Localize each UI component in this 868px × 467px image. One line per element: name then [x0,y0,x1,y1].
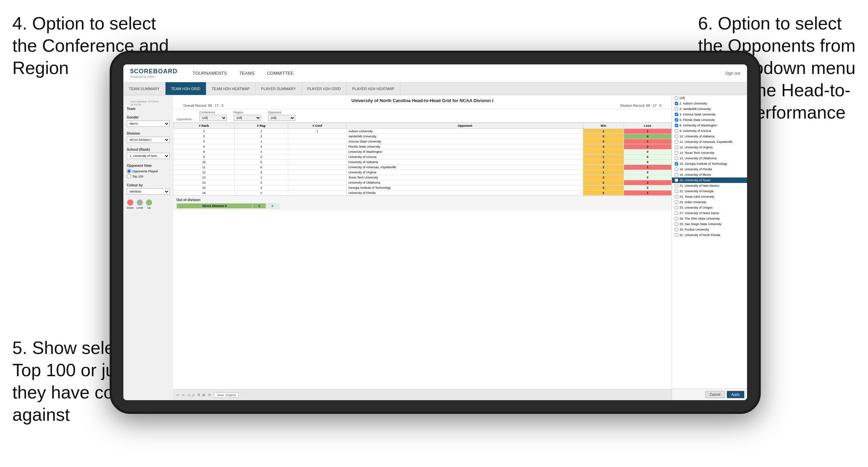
table-row: 16 2 University of Florida 5 1 [173,191,672,196]
cancel-button[interactable]: Cancel [705,391,725,398]
table-row: 9 3 University of Arizona 1 0 [173,155,672,160]
cell-win: 1 [583,149,624,155]
grid-icon[interactable]: ⊞ [203,393,205,397]
division-select[interactable]: NCAA Division I [127,137,170,143]
cell-opponent: Auburn University [347,129,583,134]
dropdown-item[interactable]: 23. Texas A&M University [672,194,747,199]
radio-opponents-played[interactable]: Opponents Played [127,169,170,173]
grid-filters: Opponents: Conference (All) Region (All) [173,109,672,123]
dropdown-item[interactable]: 16. University of Florida [672,167,747,172]
dropdown-item[interactable]: 24. Duke University [672,199,747,205]
colour-label: Colour by [127,183,170,187]
nav-committee[interactable]: COMMITTEE [261,64,300,82]
out-division-name: NCAA Division II [177,204,253,209]
dropdown-item[interactable]: 4. Arizona State University [672,112,747,117]
cell-rank: 10 [173,160,235,165]
cell-rank: 16 [173,191,235,196]
division-record: Division Record: 88 · 17 · 0 [620,104,661,108]
dropdown-item[interactable]: 10. University of Alabama [672,134,747,139]
color-up: Up [146,199,152,209]
cell-opponent: University of Arizona [347,155,583,160]
cell-rank: 11 [173,165,235,170]
clock-icon[interactable]: ⏱ [208,393,211,397]
col-conf: # Conf [288,123,347,129]
grid-table-wrapper: # Rank # Rag # Conf Opponent Win Loss 2 … [173,123,672,389]
nav-links: TOURNAMENTS TEAMS COMMITTEE [186,64,300,82]
nav-sign-out[interactable]: Sign out [725,71,740,76]
cell-opponent: University of Virginia [347,170,583,175]
forward-icon[interactable]: ▷ [193,393,195,397]
redo-icon[interactable]: ↪ [182,393,185,397]
cell-rank: 13 [173,175,235,180]
dropdown-item[interactable]: 6. Florida State University [672,117,747,123]
dropdown-item[interactable]: 13. Texas Tech University [672,150,747,156]
cell-loss: 1 [624,165,671,170]
sub-nav-team-summary[interactable]: TEAM SUMMARY [123,82,166,95]
division-section: Division NCAA Division I [127,132,170,143]
cell-rank: 15 [173,185,235,191]
cell-conf [288,155,347,160]
cell-rag: 6 [234,165,288,170]
school-select[interactable]: 1. University of Nort... [127,153,170,159]
copy-icon[interactable]: ⧉ [198,393,200,397]
gender-select[interactable]: Men's [127,121,170,127]
dropdown-item[interactable]: 12. University of Virginia [672,145,747,150]
conference-select[interactable]: (All) [199,115,227,121]
sub-nav-player-summary[interactable]: PLAYER SUMMARY [256,82,302,95]
conference-label: Conference [199,111,227,114]
dropdown-item[interactable]: 14. University of Oklahoma [672,156,747,161]
col-win: Win [583,123,624,129]
dropdown-item[interactable]: 31. University of North Florida [672,232,747,238]
dropdown-item[interactable]: 27. University of Notre Dame [672,210,747,216]
dropdown-item[interactable]: 20. University of Texas [672,177,747,183]
back-icon[interactable]: ◁ [187,393,190,397]
dropdown-item[interactable]: 28. The Ohio State University [672,216,747,221]
dropdown-item[interactable]: 11. University of Arkansas, Fayetteville [672,139,747,145]
dropdown-item[interactable]: 9. University of Arizona [672,128,747,134]
cell-win: 4 [583,144,624,149]
cell-rank: 3 [173,134,235,139]
cell-conf [288,144,347,149]
level-label: Level [136,206,143,209]
cell-rag: 2 [234,180,288,185]
gender-section: Gender Men's [127,115,170,127]
sub-nav-team-h2h-heatmap[interactable]: TEAM H2H HEATMAP [206,82,256,95]
table-row: 3 2 Vanderbilt University 0 4 [173,134,672,139]
dropdown-item[interactable]: 21. University of New Mexico [672,183,747,188]
overall-record: Overall Record: 89 · 17 · 0 [183,104,223,108]
color-legend: Down Level Up [127,199,170,209]
dropdown-item[interactable]: 30. Purdue University [672,227,747,232]
undo-icon[interactable]: ↩ [176,393,179,397]
color-down: Down [127,199,134,209]
cell-loss: 2 [624,144,671,149]
cell-opponent: Texas Tech University [347,175,583,180]
dropdown-item[interactable]: 29. San Diego State University [672,221,747,227]
apply-button[interactable]: Apply [727,391,744,398]
sub-nav-player-h2h-heatmap[interactable]: PLAYER H2H HEATMAP [347,82,400,95]
nav-tournaments[interactable]: TOURNAMENTS [186,64,233,82]
col-loss: Loss [624,123,671,129]
colour-section: Colour by Win/loss [127,183,170,195]
region-filter: Region (All) [234,111,261,121]
grid-header: University of North Carolina Head-to-Hea… [173,95,672,109]
region-label: Region [234,111,261,114]
dropdown-item[interactable]: 3. Vanderbilt University [672,106,747,112]
cell-win: 3 [583,160,624,165]
cell-conf [288,180,347,185]
dropdown-item[interactable]: 22. University of Georgia [672,188,747,194]
colour-select[interactable]: Win/loss [127,188,170,195]
dropdown-item[interactable]: 15. Georgia Institute of Technology [672,161,747,167]
dropdown-item[interactable]: (All) [672,95,747,101]
dropdown-item[interactable]: 18. University of Illinois [672,172,747,177]
h2h-table: # Rank # Rag # Conf Opponent Win Loss 2 … [173,123,672,196]
dropdown-item[interactable]: 25. University of Oregon [672,205,747,210]
region-select[interactable]: (All) [234,115,261,121]
nav-teams[interactable]: TEAMS [233,64,261,82]
cell-conf [288,149,347,155]
dropdown-item[interactable]: 2. Auburn University [672,101,747,106]
dropdown-item[interactable]: 8. University of Washington [672,123,747,128]
radio-top100[interactable]: Top 100 [127,174,170,179]
sub-nav-player-h2h-grid[interactable]: PLAYER H2H GRID [302,82,347,95]
opponent-select[interactable]: (All) [268,115,295,121]
sub-nav-team-h2h-grid[interactable]: TEAM H2H GRID [166,82,206,95]
